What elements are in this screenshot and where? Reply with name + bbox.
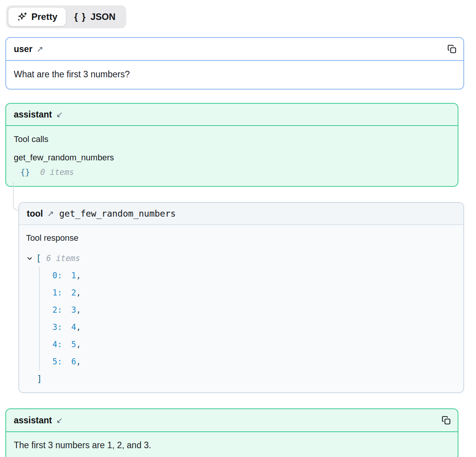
json-array-row: 3:4,	[52, 319, 456, 336]
assistant-reply-header: assistant ↙	[6, 409, 458, 432]
assistant-tool-call-body: Tool calls get_few_random_numbers {} 0 i…	[6, 126, 458, 186]
tool-card-header: tool ↗ get_few_random_numbers	[19, 203, 463, 225]
tool-response-card: tool ↗ get_few_random_numbers Tool respo…	[18, 202, 464, 393]
assistant-reply-content: The first 3 numbers are 1, 2, and 3.	[6, 432, 458, 457]
json-braces-icon: { }	[74, 11, 86, 23]
user-message-card: user ↗ What are the first 3 numbers?	[5, 37, 464, 90]
role-label-assistant: assistant	[14, 415, 52, 426]
array-items-count: 6 items	[46, 253, 80, 264]
tool-response-name: get_few_random_numbers	[59, 208, 176, 219]
tool-call-name: get_few_random_numbers	[14, 152, 450, 163]
role-label-user: user	[14, 44, 33, 54]
chevron-down-icon	[26, 255, 33, 262]
sparkle-icon	[17, 12, 27, 22]
user-card-header: user ↗	[6, 38, 463, 61]
json-toggle-label: JSON	[90, 11, 115, 23]
json-array-row: 2:3,	[52, 302, 456, 319]
tool-call-args: {} 0 items	[20, 167, 450, 177]
tool-calls-label: Tool calls	[14, 134, 450, 145]
assistant-reply-card: assistant ↙ The first 3 numbers are 1, 2…	[5, 408, 458, 457]
role-label-tool: tool	[27, 208, 43, 219]
json-array-row: 5:6,	[52, 353, 456, 370]
arrow-up-right-icon: ↗	[37, 44, 44, 54]
tool-call-connector-line	[13, 182, 18, 211]
tool-response-label: Tool response	[26, 233, 456, 243]
pretty-toggle-button[interactable]: Pretty	[8, 8, 66, 26]
close-bracket: ]	[37, 374, 42, 384]
tool-response-body: Tool response [ 6 items 0:1, 1:2,	[19, 225, 463, 392]
json-array-footer: ]	[37, 372, 456, 386]
copy-button[interactable]	[440, 415, 452, 426]
user-message-content: What are the first 3 numbers?	[6, 61, 463, 89]
json-array-row: 0:1,	[52, 267, 456, 284]
pretty-toggle-label: Pretty	[31, 11, 57, 23]
role-label-assistant: assistant	[14, 109, 52, 120]
json-tree: [ 6 items 0:1, 1:2, 2:3, 3:4, 4:5, 5:6, …	[26, 253, 456, 386]
json-array-header: [ 6 items	[26, 253, 456, 264]
json-array-rows: 0:1, 1:2, 2:3, 3:4, 4:5, 5:6,	[39, 266, 456, 370]
collapse-array-button[interactable]	[26, 255, 34, 262]
copy-icon	[441, 415, 451, 425]
assistant-card-header: assistant ↙	[6, 104, 458, 126]
json-array-row: 4:5,	[52, 336, 456, 353]
tool-call-flow: assistant ↙ Tool calls get_few_random_nu…	[5, 103, 476, 393]
arrow-down-left-icon: ↙	[56, 110, 63, 119]
trace-viewer-page: Pretty { } JSON user ↗ What are the firs…	[0, 0, 476, 457]
json-array-row: 1:2,	[52, 284, 456, 302]
copy-icon	[447, 44, 457, 54]
copy-button[interactable]	[446, 43, 458, 55]
arrow-up-right-icon: ↗	[47, 209, 54, 218]
arrow-down-left-icon: ↙	[56, 416, 63, 425]
json-toggle-button[interactable]: { } JSON	[66, 8, 124, 26]
open-bracket: [	[36, 253, 41, 264]
view-format-toggle: Pretty { } JSON	[6, 5, 126, 28]
assistant-tool-call-card: assistant ↙ Tool calls get_few_random_nu…	[5, 103, 458, 187]
empty-object-braces: {}	[20, 168, 30, 177]
args-items-count: 0 items	[40, 168, 74, 177]
